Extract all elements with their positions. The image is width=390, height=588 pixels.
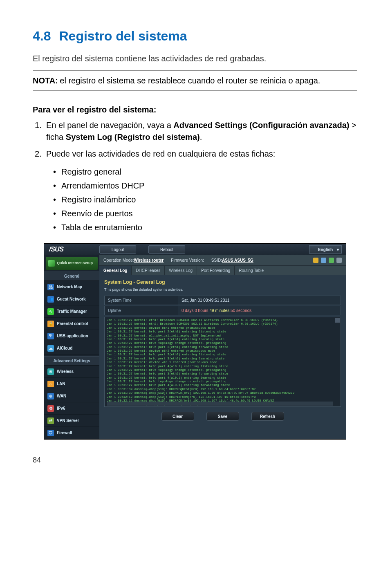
- log-line: Jan 1 00:31:27 kernel: br0: topology cha…: [107, 341, 338, 345]
- reboot-button[interactable]: Reboot: [148, 245, 185, 254]
- log-textarea[interactable]: Jan 1 00:31:27 kernel: eth1: Broadcom BC…: [104, 317, 341, 407]
- uptime-min: 49 minutes: [209, 308, 231, 313]
- tab-port-forwarding[interactable]: Port Forwarding: [197, 266, 235, 275]
- step-1-bold1: Advanced Settings (Configuración avanzad…: [173, 121, 349, 130]
- sidebar-item-vpn-server[interactable]: ⇄VPN Server: [44, 415, 99, 427]
- sidebar-item-lan[interactable]: ⌂LAN: [44, 378, 99, 390]
- traffic-icon: ∿: [47, 308, 54, 315]
- router-screenshot: /SUS Logout Reboot English Quick Interne…: [44, 243, 346, 440]
- sidebar-item-wan[interactable]: ⊕WAN: [44, 390, 99, 402]
- wifi-icon: ≋: [47, 368, 54, 375]
- tab-dhcp-leases[interactable]: DHCP leases: [132, 266, 165, 275]
- sidebar-item-parental-control[interactable]: 🔒Parental control: [44, 318, 99, 330]
- language-select[interactable]: English: [309, 245, 342, 254]
- sidebar-item-firewall[interactable]: 🛡Firewall: [44, 427, 99, 439]
- quick-internet-setup[interactable]: Quick Internet Setup: [46, 257, 98, 270]
- refresh-button[interactable]: Refresh: [251, 412, 284, 421]
- log-line: Jan 1 00:31:27 kernel: br0: port 3(eth2)…: [107, 353, 338, 357]
- ssid-value[interactable]: ASUS ASUS_5G: [222, 258, 253, 263]
- tab-wireless-log[interactable]: Wireless Log: [165, 266, 197, 275]
- ssid-label: SSID:: [211, 258, 222, 263]
- sidebar-item-wireless[interactable]: ≋Wireless: [44, 366, 99, 378]
- aicloud-icon: ☁: [47, 345, 54, 352]
- intro-text: El registro del sistema contiene las act…: [33, 53, 357, 64]
- steps-list: 1. En el panel de navegación, vaya a Adv…: [35, 119, 357, 160]
- sidebar-label: VPN Server: [57, 418, 79, 423]
- logout-button[interactable]: Logout: [99, 245, 136, 254]
- log-line: Jan 1 00:31:27 kernel: br0: topology cha…: [107, 368, 338, 372]
- sidebar-label: Parental control: [57, 321, 88, 326]
- qis-label: Quick Internet Setup: [57, 261, 93, 265]
- sidebar-item-ipv6[interactable]: ⚙IPv6: [44, 402, 99, 415]
- sidebar-label: Network Map: [57, 285, 82, 289]
- sidebar-item-guest-network[interactable]: 👥Guest Network: [44, 293, 99, 305]
- usb-icon: Ψ: [47, 333, 54, 339]
- tab-general-log[interactable]: General Log: [99, 266, 132, 275]
- log-line: Jan 1 00:31:27 kernel: br0: port 2(eth1)…: [107, 330, 338, 334]
- clear-button[interactable]: Clear: [161, 412, 194, 421]
- network-map-icon: 品: [47, 284, 54, 290]
- step-1-bold2: System Log (Registro del sistema): [66, 132, 200, 141]
- bullet-item: Registro general: [61, 165, 357, 179]
- scroll-up-icon[interactable]: [335, 318, 340, 323]
- system-time-key: System Time: [105, 296, 178, 305]
- sidebar-item-aicloud[interactable]: ☁AiCloud: [44, 342, 99, 355]
- sidebar-label: Wireless: [57, 369, 74, 374]
- step-2: 2. Puede ver las actividades de red en c…: [35, 148, 357, 160]
- op-mode-label: Operation Mode:: [103, 258, 134, 263]
- bullet-item: Arrendamientos DHCP: [61, 179, 357, 193]
- uptime-row: Uptime 0 days 0 hours 49 minutes 50 seco…: [104, 306, 341, 315]
- log-line: Jan 1 00:31:39 dnsmasq-dhcp[510]: DHCPAC…: [107, 391, 338, 395]
- step-2-text: Puede ver las actividades de red en cual…: [46, 148, 357, 160]
- system-time-row: System Time Sat, Jan 01 00:49:51 2011: [104, 296, 341, 305]
- horizontal-scrollbar[interactable]: [107, 402, 333, 406]
- panel-sub: This page shows the detailed system's ac…: [104, 287, 341, 292]
- sidebar-label: AiCloud: [57, 346, 72, 350]
- log-line: Jan 1 00:31:27 kernel: br0: topology cha…: [107, 380, 338, 384]
- router-main: Operation Mode: Wireless router Firmware…: [99, 255, 346, 439]
- save-button[interactable]: Save: [206, 412, 239, 421]
- section-title: 4.8Registro del sistema: [33, 29, 357, 44]
- status-icon[interactable]: [321, 258, 326, 263]
- status-icon[interactable]: [313, 258, 318, 263]
- subheading: Para ver el registro del sistema:: [33, 105, 357, 114]
- log-line: Jan 1 00:31:27 kernel: br0: port 4(wl0.1…: [107, 365, 338, 368]
- operation-bar: Operation Mode: Wireless router Firmware…: [99, 255, 346, 265]
- log-line: Jan 1 00:31:27 kernel: br0: port 3(eth2)…: [107, 357, 338, 361]
- sidebar-label: LAN: [57, 382, 65, 386]
- sidebar-item-network-map[interactable]: 品Network Map: [44, 281, 99, 293]
- status-icon[interactable]: [329, 258, 334, 263]
- section-title-text: Registro del sistema: [59, 29, 187, 43]
- bullet-item: Registro inalámbrico: [61, 193, 357, 206]
- sidebar-item-traffic-manager[interactable]: ∿Traffic Manager: [44, 305, 99, 318]
- log-line: Jan 1 00:31:27 kernel: br0: port 4(wl0.1…: [107, 384, 338, 387]
- log-line: Jan 1 00:31:27 kernel: br0: port 4(wl0.1…: [107, 376, 338, 380]
- sidebar-item-usb-application[interactable]: ΨUSB application: [44, 330, 99, 342]
- asus-logo: /SUS: [44, 246, 99, 253]
- lan-icon: ⌂: [47, 381, 54, 387]
- op-mode-value[interactable]: Wireless router: [134, 258, 164, 263]
- uptime-key: Uptime: [105, 306, 178, 315]
- status-icon[interactable]: [336, 258, 342, 263]
- log-line: Jan 1 00:31:27 kernel: br0: port 2(eth1)…: [107, 338, 338, 341]
- log-line: Jan 1 00:32:12 dnsmasq-dhcp[510]: DHCPIN…: [107, 395, 338, 399]
- sidebar-label: Traffic Manager: [57, 309, 87, 314]
- vpn-icon: ⇄: [47, 417, 54, 424]
- fw-label: Firmware Version:: [171, 258, 204, 263]
- tab-routing-table[interactable]: Routing Table: [235, 266, 268, 275]
- router-sidebar: Quick Internet Setup General 品Network Ma…: [44, 255, 99, 439]
- sidebar-label: IPv6: [57, 406, 65, 411]
- log-panel: System Log - General Log This page shows…: [99, 275, 346, 431]
- guest-network-icon: 👥: [47, 296, 54, 303]
- step-1: 1. En el panel de navegación, vaya a Adv…: [35, 119, 357, 143]
- uptime-sec: 50 seconds: [231, 308, 251, 313]
- log-line: Jan 1 00:31:27 kernel: wlc_phy_cal_init_…: [107, 334, 338, 338]
- note-label: NOTA:: [33, 76, 58, 85]
- log-line: Jan 1 00:31:27 kernel: device eth1 enter…: [107, 326, 338, 330]
- sidebar-label: Guest Network: [57, 297, 86, 301]
- log-line: Jan 1 00:31:27 kernel: device wl0.1 ente…: [107, 361, 338, 364]
- log-line: Jan 1 00:31:27 kernel: device eth2 enter…: [107, 349, 338, 353]
- wan-icon: ⊕: [47, 393, 54, 399]
- step-1-suffix: .: [200, 132, 202, 141]
- sidebar-label: Firewall: [57, 431, 72, 435]
